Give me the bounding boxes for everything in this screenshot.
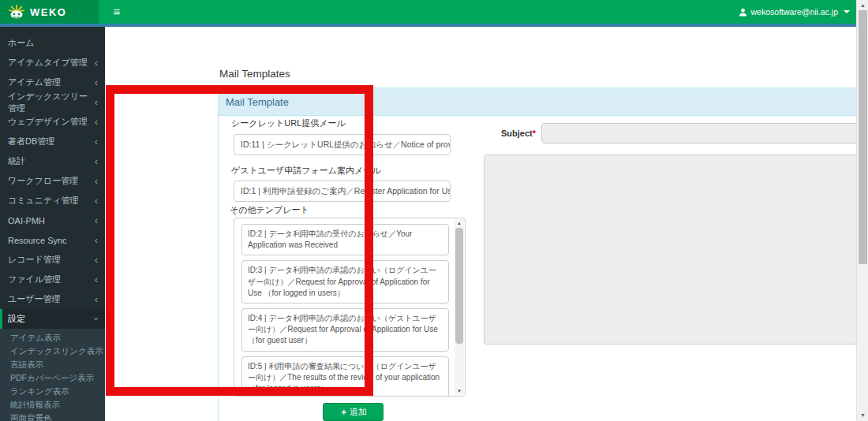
sidebar-item-label: ユーザー管理 xyxy=(8,293,61,305)
sidebar-item-1[interactable]: アイテムタイプ管理‹ xyxy=(0,53,105,73)
chevron-left-icon: ‹ xyxy=(95,274,98,285)
chevron-left-icon: ‹ xyxy=(95,176,98,186)
page-scrollbar[interactable]: ▲ ▼ xyxy=(856,0,868,421)
sidebar-item-5[interactable]: 著者DB管理‹ xyxy=(0,132,105,151)
sidebar-item-0[interactable]: ホーム xyxy=(0,33,105,53)
sidebar-item-12[interactable]: ファイル管理‹ xyxy=(0,270,105,289)
submenu-item-5[interactable]: 統計情報表示 xyxy=(0,398,105,412)
add-button-label: 追加 xyxy=(350,406,367,418)
weko-logo-icon xyxy=(8,4,25,20)
admin-sidebar: ホームアイテムタイプ管理‹アイテム管理‹インデックスツリー管理‹ウェブデザイン管… xyxy=(0,27,105,421)
scroll-down-icon[interactable]: ▼ xyxy=(857,411,868,420)
sidebar-item-label: レコード管理 xyxy=(8,254,61,266)
sidebar-item-2[interactable]: アイテム管理‹ xyxy=(0,73,105,92)
sidebar-menu: ホームアイテムタイプ管理‹アイテム管理‹インデックスツリー管理‹ウェブデザイン管… xyxy=(0,33,105,421)
chevron-left-icon: ‹ xyxy=(95,77,98,88)
other-templates-label: その他テンプレート xyxy=(230,204,309,216)
sidebar-item-11[interactable]: レコード管理‹ xyxy=(0,250,105,270)
guest-form-mail-label: ゲストユーザ申請フォーム案内メール xyxy=(231,165,381,177)
page-title: Mail Templates xyxy=(219,68,290,80)
user-icon xyxy=(739,8,747,17)
user-account-menu[interactable]: wekosoftware@nii.ac.jp xyxy=(739,0,850,24)
sidebar-item-label: Resource Sync xyxy=(8,236,67,245)
chevron-left-icon: ‹ xyxy=(95,215,98,225)
chevron-left-icon: ‹ xyxy=(95,294,98,304)
template-list-item-2[interactable]: ID:4 | データ利用申請の承認のお願い（ゲストユーザー向け）／Request… xyxy=(241,308,449,352)
other-templates-listbox: ID:2 | データ利用申請の受付のお知らせ／Your Application … xyxy=(234,218,466,397)
mail-body-textarea[interactable] xyxy=(484,155,868,345)
sidebar-item-label: 著者DB管理 xyxy=(8,136,54,147)
sidebar-item-label: 設定 xyxy=(8,313,25,325)
chevron-left-icon: ‹ xyxy=(95,97,98,107)
submenu-item-2[interactable]: 言語表示 xyxy=(0,358,105,371)
page-scrollbar-thumb[interactable] xyxy=(859,10,867,264)
caret-down-icon xyxy=(844,10,850,13)
sidebar-item-6[interactable]: 統計‹ xyxy=(0,151,105,171)
sidebar-item-8[interactable]: コミュニティ管理‹ xyxy=(0,191,105,210)
brand-name: WEKO xyxy=(30,6,66,18)
secret-url-mail-select[interactable]: ID:11 | シークレットURL提供のお知らせ／Notice of provi… xyxy=(234,134,451,155)
subject-input[interactable] xyxy=(541,123,868,143)
chevron-left-icon: ‹ xyxy=(95,196,98,206)
template-list-item-1[interactable]: ID:3 | データ利用申請の承認のお願い（ログインユーザー向け）／Reques… xyxy=(241,260,449,304)
guest-form-mail-select[interactable]: ID:1 | 利用申請登録のご案内／Register Application f… xyxy=(234,181,451,202)
submenu-item-3[interactable]: PDFカバーページ表示 xyxy=(0,371,105,385)
weko-admin-screen: WEKO ≡ wekosoftware@nii.ac.jp ホームアイテムタイプ… xyxy=(0,0,868,421)
sidebar-item-9[interactable]: OAI-PMH‹ xyxy=(0,210,105,230)
template-list-item-0[interactable]: ID:2 | データ利用申請の受付のお知らせ／Your Application … xyxy=(241,224,449,255)
sidebar-item-label: 統計 xyxy=(8,155,25,167)
chevron-left-icon: ‹ xyxy=(95,156,98,166)
panel-header: Mail Template i xyxy=(219,88,868,116)
secret-url-mail-label: シークレットURL提供メール xyxy=(231,117,346,129)
sidebar-item-label: インデックスツリー管理 xyxy=(8,91,95,114)
sidebar-item-label: アイテムタイプ管理 xyxy=(8,57,88,69)
sidebar-item-label: ホーム xyxy=(8,37,35,49)
panel-title: Mail Template xyxy=(226,96,289,108)
sidebar-item-13[interactable]: ユーザー管理‹ xyxy=(0,289,105,309)
scroll-down-icon[interactable]: ▼ xyxy=(455,387,464,395)
plus-icon: ＋ xyxy=(339,406,348,418)
sidebar-item-4[interactable]: ウェブデザイン管理‹ xyxy=(0,112,105,132)
scroll-up-icon[interactable]: ▲ xyxy=(857,1,868,10)
chevron-left-icon: ‹ xyxy=(95,58,98,68)
chevron-left-icon: ‹ xyxy=(95,255,98,265)
sidebar-item-label: OAI-PMH xyxy=(8,216,45,225)
required-asterisk: * xyxy=(533,129,536,138)
sidebar-item-label: コミュニティ管理 xyxy=(8,195,79,207)
sidebar-item-7[interactable]: ワークフロー管理‹ xyxy=(0,171,105,191)
sidebar-item-10[interactable]: Resource Sync‹ xyxy=(0,230,105,250)
sidebar-toggle-hamburger-icon[interactable]: ≡ xyxy=(107,0,127,24)
sidebar-item-3[interactable]: インデックスツリー管理‹ xyxy=(0,92,105,112)
add-template-button[interactable]: ＋ 追加 xyxy=(323,403,383,421)
scroll-up-icon[interactable]: ▲ xyxy=(455,219,464,227)
sidebar-item-label: ワークフロー管理 xyxy=(8,175,78,187)
top-navbar: WEKO ≡ wekosoftware@nii.ac.jp xyxy=(0,0,856,24)
chevron-down-icon: › xyxy=(91,317,101,320)
submenu-item-4[interactable]: ランキング表示 xyxy=(0,385,105,398)
template-list: ID:2 | データ利用申請の受付のお知らせ／Your Application … xyxy=(234,218,454,397)
sidebar-item-label: ウェブデザイン管理 xyxy=(8,116,88,128)
sidebar-item-14[interactable]: 設定› xyxy=(0,309,105,329)
submenu-item-6[interactable]: 画面背景色 xyxy=(0,412,105,421)
chevron-left-icon: ‹ xyxy=(95,117,98,127)
chevron-left-icon: ‹ xyxy=(95,235,98,245)
weko-logo[interactable]: WEKO xyxy=(0,0,99,24)
sidebar-item-label: アイテム管理 xyxy=(8,76,61,88)
submenu-item-0[interactable]: アイテム表示 xyxy=(0,331,105,345)
subject-label-text: Subject xyxy=(501,129,533,138)
settings-submenu: アイテム表示インデックスリンク表示言語表示PDFカバーページ表示ランキング表示統… xyxy=(0,329,105,421)
main-content: Mail Templates Mail Template i シークレットURL… xyxy=(105,27,856,421)
subject-label: Subject* xyxy=(482,129,536,138)
user-email: wekosoftware@nii.ac.jp xyxy=(751,7,838,17)
listbox-scrollbar-thumb[interactable] xyxy=(455,228,463,344)
listbox-scrollbar[interactable]: ▲ ▼ xyxy=(455,219,464,395)
template-list-item-3[interactable]: ID:5 | 利用申請の審査結果について（ログインユーザー向け）／The res… xyxy=(241,356,449,397)
sidebar-item-label: ファイル管理 xyxy=(8,274,61,285)
submenu-item-1[interactable]: インデックスリンク表示 xyxy=(0,345,105,358)
chevron-left-icon: ‹ xyxy=(95,136,98,147)
